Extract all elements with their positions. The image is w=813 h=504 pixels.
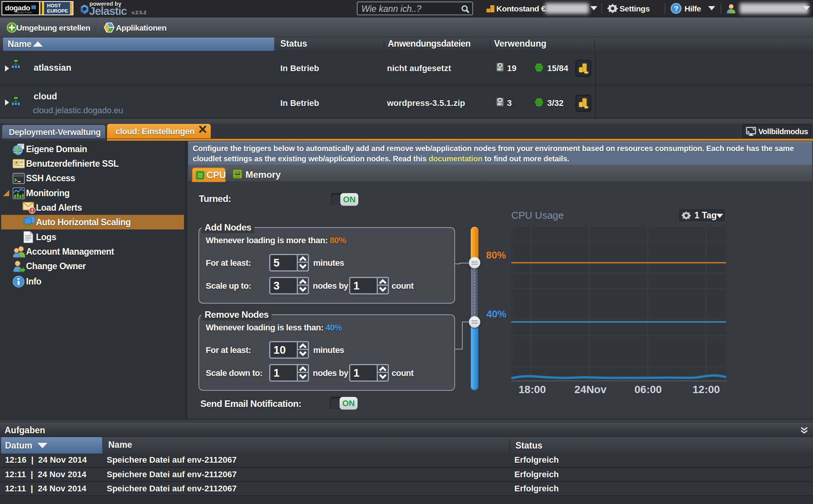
svg-text:?: ? bbox=[674, 5, 678, 13]
